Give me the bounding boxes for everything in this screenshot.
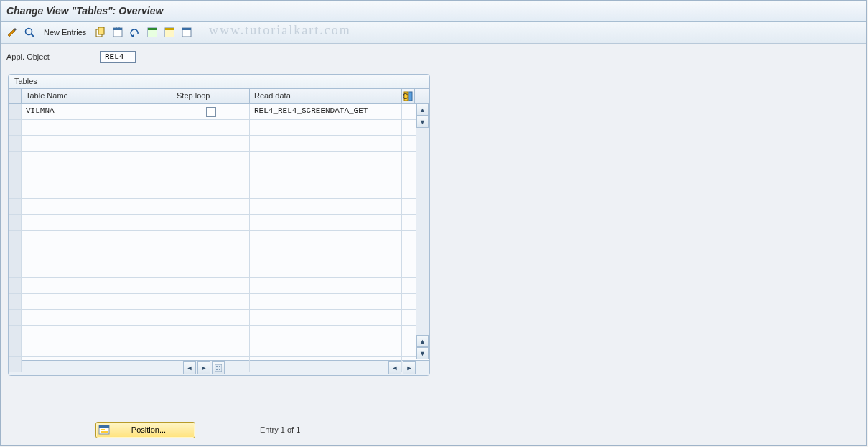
cell-step-loop[interactable] xyxy=(172,136,250,151)
step-loop-checkbox[interactable] xyxy=(206,107,216,117)
cell-step-loop[interactable] xyxy=(172,310,250,325)
row-selector[interactable] xyxy=(9,183,22,198)
table-row[interactable]: VILMNAREL4_REL4_SCREENDATA_GET xyxy=(9,104,429,120)
row-selector[interactable] xyxy=(9,262,22,277)
cell-table-name[interactable] xyxy=(22,183,172,198)
cell-read-data[interactable] xyxy=(250,246,402,262)
cell-read-data[interactable] xyxy=(250,152,402,167)
cell-step-loop[interactable] xyxy=(172,326,250,341)
cell-step-loop[interactable] xyxy=(172,199,250,214)
row-selector[interactable] xyxy=(9,104,22,119)
cell-table-name[interactable] xyxy=(22,357,172,372)
cell-read-data[interactable] xyxy=(250,326,402,341)
cell-table-name[interactable] xyxy=(22,215,172,230)
row-selector[interactable] xyxy=(9,215,22,230)
cell-table-name[interactable] xyxy=(22,278,172,293)
cell-read-data[interactable] xyxy=(250,136,402,151)
cell-read-data[interactable] xyxy=(250,167,402,183)
table-row[interactable] xyxy=(9,278,429,294)
cell-table-name[interactable] xyxy=(22,262,172,277)
row-selector[interactable] xyxy=(9,167,22,183)
cell-table-name[interactable] xyxy=(22,199,172,214)
select-block-icon[interactable] xyxy=(162,25,177,40)
cell-read-data[interactable] xyxy=(250,231,402,246)
table-row[interactable] xyxy=(9,199,429,215)
cell-table-name[interactable] xyxy=(22,246,172,262)
cell-read-data[interactable] xyxy=(250,357,402,372)
cell-table-name[interactable] xyxy=(22,231,172,246)
table-row[interactable] xyxy=(9,183,429,199)
scroll-down-step-icon[interactable]: ▼ xyxy=(416,116,429,128)
details-icon[interactable] xyxy=(22,25,37,40)
col-step-loop[interactable]: Step loop xyxy=(172,89,250,103)
cell-step-loop[interactable] xyxy=(172,341,250,356)
hscroll-config-icon[interactable] xyxy=(212,361,225,374)
table-row[interactable] xyxy=(9,262,429,278)
new-entries-button[interactable]: New Entries xyxy=(39,28,90,37)
row-selector[interactable] xyxy=(9,246,22,262)
copy-icon[interactable] xyxy=(93,25,108,40)
scroll-down-icon[interactable]: ▼ xyxy=(416,347,429,359)
cell-table-name[interactable] xyxy=(22,294,172,309)
cell-table-name[interactable] xyxy=(22,120,172,135)
table-row[interactable] xyxy=(9,215,429,231)
row-selector[interactable] xyxy=(9,120,22,135)
table-row[interactable] xyxy=(9,294,429,310)
scroll-up-icon[interactable]: ▲ xyxy=(416,103,429,116)
table-row[interactable] xyxy=(9,246,429,262)
deselect-all-icon[interactable] xyxy=(179,25,194,40)
table-row[interactable] xyxy=(9,152,429,167)
hscroll-right-icon[interactable]: ► xyxy=(197,361,210,374)
toggle-display-change-icon[interactable] xyxy=(5,25,19,40)
cell-read-data[interactable] xyxy=(250,262,402,277)
cell-read-data[interactable] xyxy=(250,294,402,309)
cell-read-data[interactable] xyxy=(250,278,402,293)
row-selector[interactable] xyxy=(9,199,22,214)
cell-read-data[interactable] xyxy=(250,310,402,325)
position-button[interactable]: Position... xyxy=(95,422,195,438)
table-row[interactable] xyxy=(9,310,429,326)
hscroll-left-icon[interactable]: ◄ xyxy=(183,361,196,374)
cell-read-data[interactable] xyxy=(250,341,402,356)
cell-step-loop[interactable] xyxy=(172,262,250,277)
row-selector[interactable] xyxy=(9,341,22,356)
cell-read-data[interactable] xyxy=(250,199,402,214)
cell-table-name[interactable] xyxy=(22,326,172,341)
cell-step-loop[interactable] xyxy=(172,215,250,230)
cell-step-loop[interactable] xyxy=(172,120,250,135)
cell-step-loop[interactable] xyxy=(172,294,250,309)
scroll-up-step-icon[interactable]: ▲ xyxy=(416,335,429,347)
cell-read-data[interactable]: REL4_REL4_SCREENDATA_GET xyxy=(250,104,402,119)
table-row[interactable] xyxy=(9,136,429,152)
col-read-data[interactable]: Read data xyxy=(250,89,402,103)
row-selector[interactable] xyxy=(9,136,22,151)
col-table-name[interactable]: Table Name xyxy=(22,89,172,103)
cell-table-name[interactable] xyxy=(22,310,172,325)
table-row[interactable] xyxy=(9,167,429,183)
hscroll-right2-icon[interactable]: ► xyxy=(403,361,416,374)
table-row[interactable] xyxy=(9,326,429,341)
cell-step-loop[interactable] xyxy=(172,167,250,183)
cell-table-name[interactable] xyxy=(22,341,172,356)
cell-table-name[interactable] xyxy=(22,136,172,151)
cell-read-data[interactable] xyxy=(250,215,402,230)
table-row[interactable] xyxy=(9,341,429,357)
select-all-column[interactable] xyxy=(9,89,22,103)
cell-step-loop[interactable] xyxy=(172,104,250,119)
hscroll-left2-icon[interactable]: ◄ xyxy=(388,361,401,374)
cell-table-name[interactable]: VILMNA xyxy=(22,104,172,119)
vertical-scrollbar[interactable]: ▲ ▼ ▲ ▼ xyxy=(416,103,429,359)
row-selector[interactable] xyxy=(9,278,22,293)
row-selector[interactable] xyxy=(9,294,22,309)
cell-step-loop[interactable] xyxy=(172,278,250,293)
table-row[interactable] xyxy=(9,120,429,136)
row-selector[interactable] xyxy=(9,310,22,325)
cell-read-data[interactable] xyxy=(250,183,402,198)
cell-step-loop[interactable] xyxy=(172,246,250,262)
row-selector[interactable] xyxy=(9,231,22,246)
col-configure[interactable]: C xyxy=(402,89,415,103)
cell-read-data[interactable] xyxy=(250,120,402,135)
table-row[interactable] xyxy=(9,231,429,246)
cell-step-loop[interactable] xyxy=(172,152,250,167)
row-selector[interactable] xyxy=(9,357,22,372)
